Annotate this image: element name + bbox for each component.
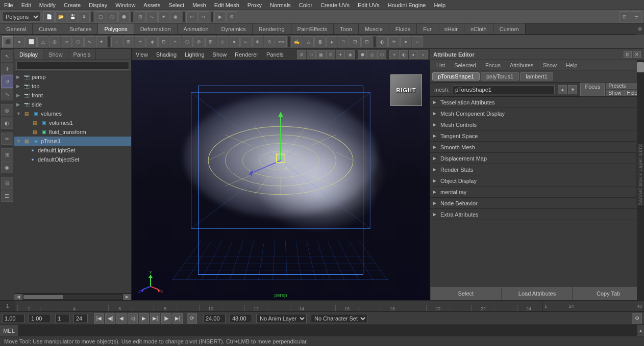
- tab-nhair[interactable]: nHair: [438, 23, 464, 34]
- shelf-reduce-icon[interactable]: △: [303, 36, 314, 47]
- view-cube[interactable]: RIGHT: [390, 74, 422, 106]
- tab-general[interactable]: General: [0, 23, 33, 34]
- tab-ncloth[interactable]: nCloth: [464, 23, 493, 34]
- ae-attr-extra-attributes[interactable]: ► Extra Attributes: [430, 209, 637, 220]
- viewport-canvas[interactable]: ↖ RIGHT Y X Z: [132, 60, 430, 300]
- cmd-expand-btn[interactable]: ▲: [637, 325, 644, 336]
- vp-menu-view[interactable]: View: [132, 49, 152, 60]
- ae-select-btn[interactable]: Select: [430, 286, 502, 301]
- display-options-btn[interactable]: ⊟: [619, 11, 630, 22]
- next-frame-btn[interactable]: ▶|: [150, 313, 160, 324]
- tab-toon[interactable]: Toon: [334, 23, 359, 34]
- vp-wire-icon[interactable]: ⬡: [377, 50, 386, 59]
- shelf-sphere-icon[interactable]: ●: [14, 36, 25, 47]
- shelf-torus-icon[interactable]: ◎: [49, 36, 60, 47]
- menu-edit-mesh[interactable]: Edit Mesh: [210, 2, 243, 9]
- select-tool-icon[interactable]: ↖: [1, 50, 13, 62]
- ae-float-btn[interactable]: ⊡: [624, 51, 632, 58]
- loop-btn[interactable]: ⟳: [187, 313, 197, 324]
- new-file-btn[interactable]: 📄: [43, 11, 55, 22]
- character-select[interactable]: No Character Set: [311, 314, 367, 323]
- menu-display[interactable]: Display: [85, 2, 111, 9]
- outliner-item-fluid-transform[interactable]: ▤ ▣ fluid_transform: [14, 127, 131, 137]
- ae-presets-btn[interactable]: Presets: [606, 83, 640, 89]
- outliner-item-default-light-set[interactable]: ● defaultLightSet: [14, 146, 131, 155]
- next-key-btn[interactable]: |▶: [161, 313, 171, 324]
- save-file-btn[interactable]: 💾: [67, 11, 78, 22]
- redo-btn[interactable]: ↪: [198, 11, 209, 22]
- ui-options-btn[interactable]: ☰: [631, 11, 642, 22]
- ae-focus-btn[interactable]: Focus: [580, 83, 605, 96]
- ae-menu-list[interactable]: List: [432, 60, 449, 70]
- ae-tab-ptorus-shape[interactable]: pTorusShape1: [432, 72, 480, 81]
- menu-create-uvs[interactable]: Create UVs: [316, 2, 354, 9]
- shelf-append-icon[interactable]: +: [135, 36, 146, 47]
- hscroll-right[interactable]: ▶: [123, 294, 131, 300]
- shelf-bevel-icon[interactable]: ◇: [217, 36, 228, 47]
- ae-tab-lambert[interactable]: lambert1: [520, 72, 553, 81]
- vp-menu-panels[interactable]: Panels: [262, 49, 288, 60]
- shelf-smooth-icon[interactable]: ●: [229, 36, 240, 47]
- shelf-custom1-icon[interactable]: ⊡: [350, 36, 361, 47]
- tab-animation[interactable]: Animation: [178, 23, 215, 34]
- menu-create[interactable]: Create: [60, 2, 85, 9]
- ae-attr-mesh-controls[interactable]: ► Mesh Controls: [430, 119, 637, 130]
- scale-tool-icon[interactable]: ⤡: [1, 88, 13, 100]
- menu-modify[interactable]: Modify: [35, 2, 60, 9]
- vp-icon4[interactable]: ⊟: [326, 50, 335, 59]
- menu-proxy[interactable]: Proxy: [243, 2, 266, 9]
- shelf-boolean-icon[interactable]: ⊂: [240, 36, 252, 47]
- menu-edit-uvs[interactable]: Edit UVs: [354, 2, 384, 9]
- shelf-platonic-icon[interactable]: ✦: [96, 36, 107, 47]
- ae-menu-focus[interactable]: Focus: [481, 60, 505, 70]
- tab-painteffects[interactable]: PaintEffects: [291, 23, 334, 34]
- render-btn[interactable]: ▶: [214, 11, 226, 22]
- menu-help[interactable]: Help: [430, 2, 450, 9]
- playback-current-time[interactable]: [2, 314, 24, 323]
- playback-far-frame[interactable]: [230, 314, 252, 323]
- tab-rendering[interactable]: Rendering: [253, 23, 291, 34]
- snap-view-btn[interactable]: ◉: [170, 11, 181, 22]
- vp-icon6[interactable]: ◉: [345, 50, 355, 59]
- go-start-btn[interactable]: |◀: [94, 313, 104, 324]
- shelf-helix-icon[interactable]: ∿: [84, 36, 95, 47]
- tab-dynamics[interactable]: Dynamics: [215, 23, 253, 34]
- outliner-item-side[interactable]: ▶ 📷 side: [14, 100, 131, 109]
- shelf-merge-icon[interactable]: ⊟: [158, 36, 169, 47]
- vp-ao-icon[interactable]: ●: [409, 50, 418, 59]
- shelf-sculpt-icon[interactable]: ✍: [291, 36, 302, 47]
- shelf-bridge-icon[interactable]: ⊞: [123, 36, 134, 47]
- outliner-item-front[interactable]: ▶ 📷 front: [14, 91, 131, 100]
- shelf-split-icon[interactable]: ✂: [170, 36, 181, 47]
- vp-menu-renderer[interactable]: Renderer: [231, 49, 262, 60]
- ae-attr-tangent-space[interactable]: ► Tangent Space: [430, 130, 637, 142]
- playback-range-end[interactable]: [73, 314, 88, 323]
- open-file-btn[interactable]: 📂: [55, 11, 66, 22]
- shelf-cut-icon[interactable]: ⬡: [182, 36, 193, 47]
- shelf-cylinder-icon[interactable]: ⬜: [26, 36, 37, 47]
- shelf-quad-icon[interactable]: □: [338, 36, 349, 47]
- menu-select[interactable]: Select: [164, 2, 188, 9]
- ae-menu-attributes[interactable]: Attributes: [506, 60, 537, 70]
- tab-fur[interactable]: Fur: [417, 23, 438, 34]
- menu-file[interactable]: File: [0, 2, 17, 9]
- ae-menu-help[interactable]: Help: [562, 60, 582, 70]
- shelf-disk-icon[interactable]: ⬡: [72, 36, 84, 47]
- outliner-item-default-object-set[interactable]: ● defaultObjectSet: [14, 155, 131, 164]
- quick-layout-icon[interactable]: ⊟: [1, 177, 13, 189]
- snap-icon[interactable]: ◎: [1, 104, 13, 116]
- ae-attr-object-display[interactable]: ► Object Display: [430, 175, 637, 187]
- snap-grid-btn[interactable]: ⊞: [135, 11, 146, 22]
- show-heads-up-icon[interactable]: ◉: [1, 161, 13, 173]
- play-fwd-btn[interactable]: ▶: [139, 313, 149, 324]
- vp-menu-show[interactable]: Show: [209, 49, 231, 60]
- tab-muscle[interactable]: Muscle: [359, 23, 389, 34]
- vp-smooth-icon[interactable]: ◎: [367, 50, 377, 59]
- outliner-item-ptorus1[interactable]: ▼ ▤ ◈ pTorus1: [14, 137, 131, 146]
- shelf-connect-icon[interactable]: ⊕: [193, 36, 205, 47]
- outliner-item-top[interactable]: ▶ 📷 top: [14, 82, 131, 91]
- vp-icon2[interactable]: □: [307, 50, 316, 59]
- ae-menu-selected[interactable]: Selected: [450, 60, 480, 70]
- vp-isolate-icon[interactable]: ☀: [389, 50, 399, 59]
- menu-mesh[interactable]: Mesh: [188, 2, 210, 9]
